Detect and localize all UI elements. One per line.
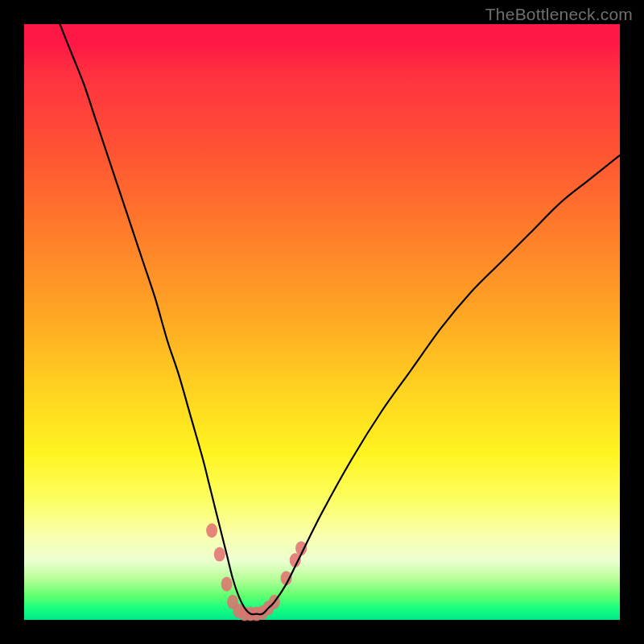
- hot-zone-bead: [221, 577, 233, 592]
- watermark-text: TheBottleneck.com: [485, 5, 633, 24]
- chart-frame: TheBottleneck.com: [0, 0, 644, 644]
- bottleneck-curve: [60, 24, 620, 614]
- plot-area: [24, 24, 620, 620]
- chart-svg: [24, 24, 620, 620]
- hot-zone-bead: [214, 547, 225, 562]
- hot-zone-bead: [206, 523, 217, 538]
